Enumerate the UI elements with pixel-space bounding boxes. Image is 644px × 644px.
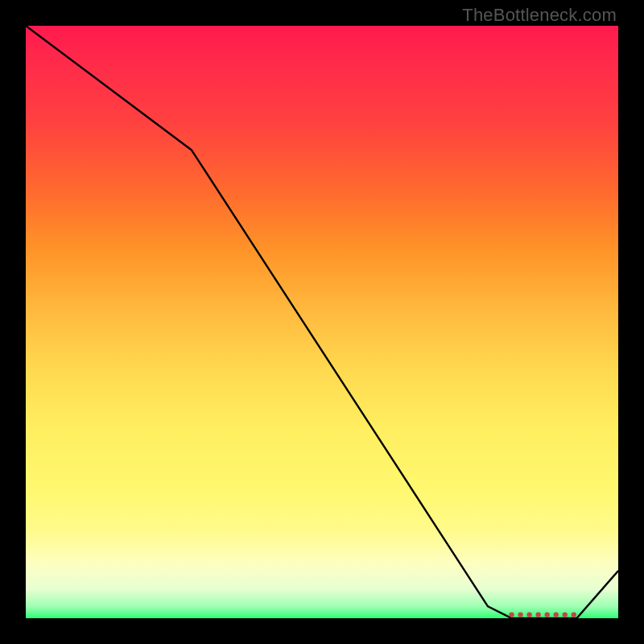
marker-point xyxy=(526,612,531,617)
marker-point xyxy=(572,612,576,617)
marker-point xyxy=(518,612,522,617)
watermark-label: TheBottleneck.com xyxy=(462,5,617,26)
plot-area xyxy=(26,26,618,618)
marker-point xyxy=(509,612,514,617)
chart-svg xyxy=(26,26,618,618)
marker-point xyxy=(535,612,540,617)
marker-point xyxy=(544,612,549,617)
series-curve xyxy=(26,26,618,618)
marker-point xyxy=(563,612,568,617)
marker-point xyxy=(554,612,559,617)
chart-frame: TheBottleneck.com xyxy=(0,0,644,644)
